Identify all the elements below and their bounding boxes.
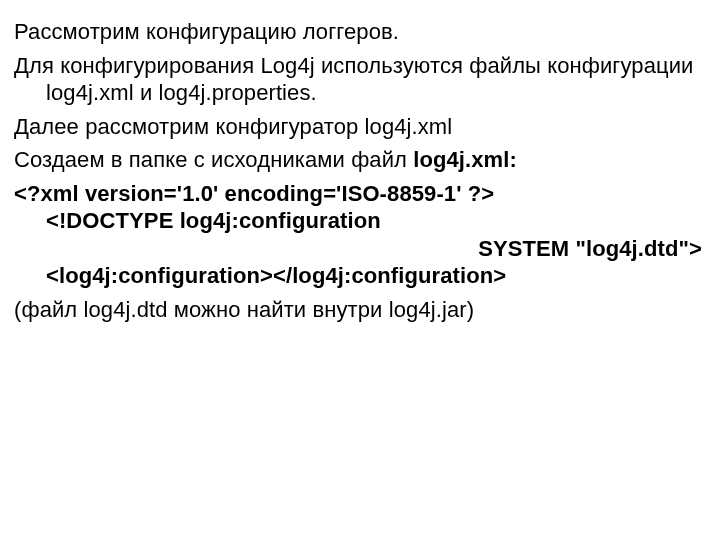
code-xml-decl: <?xml version='1.0' encoding='ISO-8859-1…	[14, 181, 494, 206]
text-filename: log4j.xml:	[413, 147, 517, 172]
paragraph-intro: Рассмотрим конфигурацию логгеров.	[14, 18, 706, 46]
paragraph-note: (файл log4j.dtd можно найти внутри log4j…	[14, 296, 706, 324]
code-system: SYSTEM "log4j.dtd">	[46, 235, 706, 263]
slide-body: Рассмотрим конфигурацию логгеров. Для ко…	[0, 0, 720, 540]
paragraph-create-file: Создаем в папке с исходниками файл log4j…	[14, 146, 706, 174]
paragraph-config-files: Для конфигурирования Log4j используются …	[14, 52, 706, 107]
code-doctype: <!DOCTYPE log4j:configuration	[46, 207, 706, 235]
paragraph-next: Далее рассмотрим конфигуратор log4j.xml	[14, 113, 706, 141]
code-config-tag: <log4j:configuration></log4j:configurati…	[46, 262, 706, 290]
code-block: <?xml version='1.0' encoding='ISO-8859-1…	[14, 180, 706, 235]
text-create-file: Создаем в папке с исходниками файл	[14, 147, 413, 172]
code-block-2: SYSTEM "log4j.dtd"> <log4j:configuration…	[14, 235, 706, 290]
